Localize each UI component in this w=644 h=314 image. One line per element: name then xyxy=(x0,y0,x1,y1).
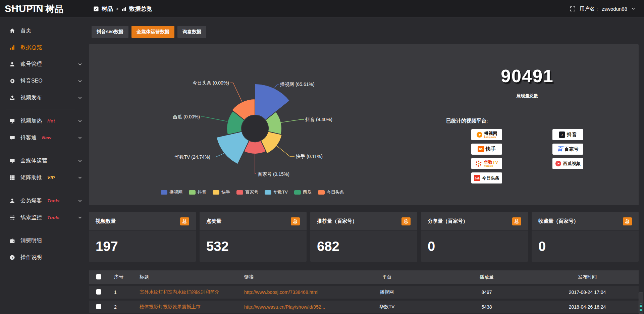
platform-logo-今日头条: 头条今日头条 xyxy=(471,172,502,184)
tab-抖音seo数据[interactable]: 抖音seo数据 xyxy=(92,26,128,38)
sidebar-item-视频发布[interactable]: 视频发布 xyxy=(0,89,89,106)
stat-card-value: 532 xyxy=(200,231,307,254)
app-root: SHUPIN 树品 树品 > 数据总览 用户名：zswodun88 首页数据总览… xyxy=(0,0,644,314)
svg-text:?: ? xyxy=(11,255,13,259)
stat-card-header: 点赞量总 xyxy=(200,212,307,231)
cell-url-link[interactable]: http://www.boosj.com/7338468.html xyxy=(241,290,336,295)
breadcrumb-separator: > xyxy=(116,6,119,11)
column-header-发布时间: 发布时间 xyxy=(536,274,639,280)
legend-item-播视网[interactable]: 播视网 xyxy=(161,189,182,195)
legend-item-今日头条[interactable]: 今日头条 xyxy=(318,189,344,195)
pie-slice-华数TV[interactable] xyxy=(216,132,249,164)
chevron-down-icon xyxy=(78,199,82,203)
wallet-icon xyxy=(9,237,15,244)
tab-全媒体运营数据[interactable]: 全媒体运营数据 xyxy=(131,26,174,38)
legend-label: 快手 xyxy=(221,189,230,195)
chevron-down-icon xyxy=(78,79,82,83)
sidebar-item-label: 首页 xyxy=(20,27,31,34)
column-header-标题: 标题 xyxy=(136,274,241,280)
breadcrumb-current[interactable]: 数据总览 xyxy=(129,5,152,13)
platform-logo-grid: 播视网boosj.com86快手华数TVwasu.cn头条今日头条♪抖音百百家号… xyxy=(471,129,639,184)
select-all-checkbox[interactable] xyxy=(96,274,101,279)
data-tabs: 抖音seo数据全媒体运营数据询盘数据 xyxy=(92,26,206,38)
stat-card-label: 分享量（百家号） xyxy=(428,218,468,224)
bar-chart-icon xyxy=(9,44,15,51)
stat-cards: 视频数量总197点赞量总532推荐量（百家号）总682分享量（百家号）总0收藏量… xyxy=(89,212,639,262)
sidebar-item-label: 会员爆客 xyxy=(20,197,42,204)
stat-card-label: 推荐量（百家号） xyxy=(317,218,357,224)
legend-item-快手[interactable]: 快手 xyxy=(213,189,230,195)
bar-chart-icon xyxy=(122,6,126,11)
chevron-down-icon[interactable] xyxy=(631,7,635,11)
sidebar-item-全媒体运营[interactable]: 全媒体运营 xyxy=(0,152,89,169)
sidebar-item-label: 全媒体运营 xyxy=(20,157,47,164)
table-row: 2楼体投影灯投影效果震撼上市http://www.wasu.cn/Play/sh… xyxy=(89,301,639,313)
slice-label-华数TV: 华数TV (24.74%) xyxy=(174,154,210,160)
row-checkbox[interactable] xyxy=(96,289,101,295)
platform-logo-西瓜视频: 西瓜视频 xyxy=(552,158,583,169)
platform-logo-华数TV: 华数TVwasu.cn xyxy=(471,158,502,169)
sidebar-item-会员爆客[interactable]: 会员爆客Tools xyxy=(0,192,89,209)
overview-panel: 播视网 (65.61%)抖音 (9.40%)快手 (0.11%)百家号 (0.1… xyxy=(89,44,639,205)
fullscreen-icon[interactable] xyxy=(570,6,576,12)
totals-divider xyxy=(447,105,608,105)
sidebar-divider xyxy=(6,229,75,229)
sidebar-item-label: 数据总览 xyxy=(20,44,42,51)
slice-label-百家号: 百家号 (0.15%) xyxy=(258,171,289,177)
sidebar-item-账号管理[interactable]: 账号管理 xyxy=(0,56,89,72)
sidebar-item-数据总览[interactable]: 数据总览 xyxy=(0,39,89,56)
sidebar-item-矩阵助推[interactable]: 矩阵助推VIP xyxy=(0,169,89,186)
stat-card-header: 视频数量总 xyxy=(89,212,196,231)
legend-item-抖音[interactable]: 抖音 xyxy=(189,189,206,195)
user-icon xyxy=(9,61,15,67)
scrollbar-thumb[interactable] xyxy=(639,293,643,314)
tab-询盘数据[interactable]: 询盘数据 xyxy=(177,26,206,38)
legend-label: 抖音 xyxy=(198,189,206,195)
sidebar-divider xyxy=(6,189,75,189)
cell-url-link[interactable]: http://www.wasu.cn/Play/show/id/952... xyxy=(241,304,336,310)
table-row: 1室外水纹灯和室内水纹灯的区别和简介http://www.boosj.com/7… xyxy=(89,286,639,299)
slice-label-快手: 快手 (0.11%) xyxy=(296,154,323,159)
breadcrumb-root[interactable]: 树品 xyxy=(102,5,113,13)
chevron-down-icon xyxy=(78,96,82,100)
sidebar-item-视频加热[interactable]: 视频加热Hot xyxy=(0,112,89,129)
username-label: 用户名： xyxy=(580,6,600,12)
legend-swatch xyxy=(213,190,219,195)
logo-arc-icon xyxy=(7,5,58,9)
sidebar-item-抖客通[interactable]: 抖客通New xyxy=(0,129,89,146)
stat-card-收藏量（百家号）: 收藏量（百家号）总0 xyxy=(532,212,639,262)
sidebar-item-消费明细[interactable]: 消费明细 xyxy=(0,232,89,249)
legend-item-百家号[interactable]: 百家号 xyxy=(236,189,258,195)
sidebar-item-操作说明[interactable]: ?操作说明 xyxy=(0,249,89,266)
chart-legend: 播视网抖音快手百家号华数TV西瓜今日头条 xyxy=(89,189,416,195)
sidebar-item-label: 抖客通 xyxy=(20,134,37,141)
stat-card-value: 682 xyxy=(310,231,417,254)
total-badge: 总 xyxy=(180,217,189,225)
row-checkbox[interactable] xyxy=(96,304,101,309)
legend-item-华数TV[interactable]: 华数TV xyxy=(265,189,288,195)
sidebar-item-首页[interactable]: 首页 xyxy=(0,22,89,39)
username-value[interactable]: zswodun88 xyxy=(602,6,627,12)
total-badge: 总 xyxy=(401,217,411,225)
legend-item-西瓜[interactable]: 西瓜 xyxy=(294,189,312,195)
sidebar-item-线索监控[interactable]: 线索监控Tools xyxy=(0,209,89,226)
stat-card-推荐量（百家号）: 推荐量（百家号）总682 xyxy=(310,212,417,262)
stat-card-点赞量: 点赞量总532 xyxy=(200,212,307,262)
totals-section: 90491 展现量总数 已统计的视频平台: 播视网boosj.com86快手华数… xyxy=(416,44,639,205)
home-icon xyxy=(9,27,15,34)
cell-platform: 华数TV xyxy=(336,304,437,310)
chevron-down-icon xyxy=(78,136,82,140)
cell-title-link[interactable]: 楼体投影灯投影效果震撼上市 xyxy=(136,304,241,310)
legend-label: 华数TV xyxy=(273,189,288,195)
top-bar: SHUPIN 树品 树品 > 数据总览 用户名：zswodun88 xyxy=(0,0,644,18)
sidebar-nav: 首页数据总览账号管理抖音SEO视频发布视频加热Hot抖客通New全媒体运营矩阵助… xyxy=(0,17,89,314)
svg-text:头条: 头条 xyxy=(475,177,480,180)
slice-label-抖音: 抖音 (9.40%) xyxy=(305,117,332,122)
column-header-播放量: 播放量 xyxy=(437,274,536,280)
user-group-icon xyxy=(9,197,15,204)
svg-text:86: 86 xyxy=(479,147,483,151)
cell-title-link[interactable]: 室外水纹灯和室内水纹灯的区别和简介 xyxy=(136,289,241,295)
sidebar-badge-New: New xyxy=(42,135,51,140)
sidebar-item-抖音SEO[interactable]: 抖音SEO xyxy=(0,72,89,89)
platform-logo-播视网: 播视网boosj.com xyxy=(471,129,502,140)
